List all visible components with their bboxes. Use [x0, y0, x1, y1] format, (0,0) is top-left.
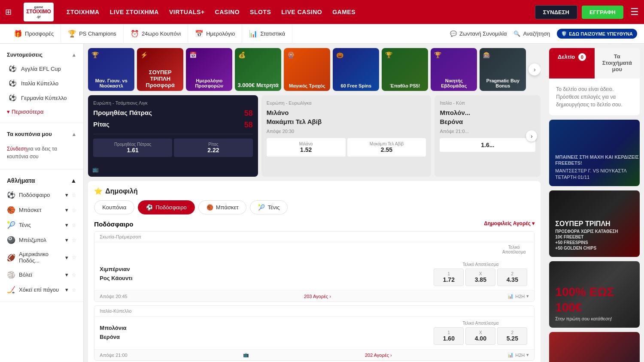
live-odd1-0[interactable]: Προμηθέας Πάτρας 1.61: [93, 139, 172, 157]
sport-baseball[interactable]: 🎱 Μπέιζμπολ ▾ ☆: [0, 232, 83, 247]
sport-hockey[interactable]: 🏒 Χόκεϊ επί πάγου ▾ ☆: [0, 282, 83, 297]
sport-football-label: Ποδόσφαιρο: [19, 192, 50, 198]
promo-banner-2[interactable]: 100% ΕΩΣ 100€ Στην πρώτη σου κατάθεση!: [549, 261, 640, 328]
match-odd2-1[interactable]: 2 5.25: [497, 327, 527, 345]
more-label: Περισσότερα: [12, 109, 43, 115]
sport-tennis[interactable]: 🎾 Τένις ▾ ☆: [0, 217, 83, 232]
sport-baseball-star[interactable]: ☆: [72, 237, 76, 243]
stats-item[interactable]: 📊 Στατιστικά: [242, 24, 292, 44]
promo-banner-3[interactable]: ΣΤΟ ΠΑΡΑ 1 Παίξε 4+ αγώνες και αν χάσεις…: [549, 332, 640, 362]
tab-coupon[interactable]: Κουπόνια: [94, 200, 134, 214]
live-chat-item[interactable]: 💬 Ζωντανή Συνομιλία: [450, 30, 507, 37]
match-more-1[interactable]: 202 Αγορές ›: [365, 353, 392, 358]
ps-champions-item[interactable]: 🏆 PS Champions: [61, 24, 124, 44]
promo-card-1[interactable]: ⚡ ΣΟΥΠΕΡ ΤΡΙΠΛΗ Προσφορά: [137, 48, 183, 91]
popular-sport-name: Ποδόσφαιρο: [94, 220, 133, 228]
nav-item-casino[interactable]: CASINO: [215, 9, 240, 15]
live-next-arrow[interactable]: ›: [526, 130, 537, 142]
betslip-tab-my-bets[interactable]: Τα Στοιχήματά μου: [595, 48, 640, 78]
logo[interactable]: game ΣΤΟΙΧΙΜΟ .gr: [24, 3, 54, 21]
shortcut-germany[interactable]: ⚽ Γερμανία Κύπελλο: [0, 90, 83, 105]
sport-tennis-star[interactable]: ☆: [72, 222, 76, 228]
carousel-next-arrow[interactable]: ›: [529, 63, 541, 75]
football-icon: ⚽: [7, 191, 15, 199]
tennis-icon: 🎾: [7, 221, 15, 229]
sport-hockey-star[interactable]: ☆: [72, 287, 76, 293]
sport-am-football-star[interactable]: ☆: [72, 254, 76, 260]
live-odd1-1[interactable]: Μιλάνο 1.52: [267, 138, 346, 157]
promo-card-0[interactable]: 🏆 Μαν. Γιουν. vs Νιούκαστλ: [88, 48, 134, 91]
nav-item-live-stoixima[interactable]: LIVE ΣΤΟΙΧΗΜΑ: [110, 9, 159, 15]
live-matches-area: Ευρώπη - Τσάμπιονς Λιγκ Προμηθέας Πάτρας…: [88, 95, 541, 177]
sport-baseball-arrow: ▾: [65, 237, 68, 243]
promo-icon-6: 🏆: [385, 51, 392, 58]
sport-basketball[interactable]: 🏀 Μπάσκετ ▾ ☆: [0, 202, 83, 217]
promo-banner-1[interactable]: ΣΟΥΠΕΡ ΤΡΙΠΛΗ ΠΡΟΣΦΟΡΑ ΧΩΡΙΣ ΚΑΤΑΘΕΣΗ 10…: [549, 190, 640, 257]
promo-card-4[interactable]: 🎡 Μαγικός Τροχός: [284, 48, 330, 91]
chevron-down-icon-0: ▾: [526, 293, 529, 299]
sport-basketball-star[interactable]: ☆: [72, 207, 76, 213]
odds-header-1-0: Τελικό Αποτέλεσμα: [499, 245, 529, 254]
sport-volleyball-star[interactable]: ☆: [72, 272, 76, 278]
sports-header[interactable]: Αθλήματα ▲: [0, 174, 83, 187]
match-more-0[interactable]: 203 Αγορές ›: [304, 294, 331, 299]
basketball-tab-icon: 🏀: [207, 204, 213, 211]
sport-basketball-label: Μπάσκετ: [19, 207, 42, 213]
calendar-item[interactable]: 📅 Ημερολόγιο: [188, 24, 242, 44]
promo-card-8[interactable]: 🎰 Pragmatic Buy Bonus: [480, 48, 526, 91]
live-odd2-1[interactable]: Μακάμπι Τελ Αβίβ 2.55: [347, 138, 426, 157]
prosfores-item[interactable]: 🎁 Προσφορές: [7, 24, 61, 44]
promo-card-5[interactable]: 🎃 60 Free Spins: [333, 48, 379, 91]
shortcut-efl[interactable]: ⚽ Αγγλία EFL Cup: [0, 61, 83, 76]
nav-item-stoixima[interactable]: ΣΤΟΙΧΗΜΑ: [67, 9, 100, 15]
tab-basketball[interactable]: 🏀 Μπάσκετ: [198, 200, 247, 214]
shortcuts-header[interactable]: Συντομεύσεις ▲: [0, 48, 83, 61]
login-button[interactable]: ΣΥΝΔΕΣΗ: [535, 5, 577, 19]
sport-football-star[interactable]: ☆: [72, 192, 76, 198]
football-icon-italy: ⚽: [9, 79, 17, 87]
tab-tennis[interactable]: 🎾 Τένις: [250, 200, 288, 214]
shortcuts-more[interactable]: ▾ Περισσότερα: [0, 105, 83, 118]
shortcut-italy[interactable]: ⚽ Ιταλία Κύπελλο: [0, 76, 83, 90]
match-footer-0: Απόψε 20:45 203 Αγορές › 📊 H2H ▾: [94, 290, 534, 302]
popular-filter[interactable]: Δημοφιλείς Αγορές ▾: [484, 220, 535, 228]
chevron-down-icon: ▾: [7, 109, 10, 115]
match-oddX-0[interactable]: X 3.85: [465, 268, 495, 286]
sport-american-football[interactable]: 🏈 Αμερικάνικο Ποδός... ▾ ☆: [0, 247, 83, 267]
bar-chart-icon-1: 📊: [507, 352, 513, 358]
tab-football[interactable]: ⚽ Ποδόσφαιρο: [138, 200, 195, 214]
responsible-gambling-button[interactable]: 🛡️ ΕΔΩ ΠΑΙΖΟΥΜΕ ΥΠΕΥΘΥΝΑ: [557, 29, 637, 39]
match-odd1-0[interactable]: 1 1.72: [434, 268, 464, 286]
nav-item-games[interactable]: GAMES: [332, 9, 355, 15]
promo-card-2[interactable]: 📅 Ημερολόγιο Προσφορών: [186, 48, 232, 91]
live-odd1-val-1: 1.52: [270, 146, 342, 153]
coupon-24-item[interactable]: ⏰ 24ωρο Κουπόνι: [124, 24, 188, 44]
promo-banner-0[interactable]: ΜΠΑΙΝΕΙΣ ΣΤΗ ΜΑΧΗ ΚΑΙ ΚΕΡΔΙΖΕΙΣ FREEBETS…: [549, 120, 640, 186]
live-odd1-2[interactable]: 1.6...: [440, 138, 535, 152]
grid-icon[interactable]: ⊞: [5, 7, 12, 17]
register-button[interactable]: ΕΓΓΡΑΦΗ: [582, 6, 623, 19]
search-item[interactable]: 🔍 Αναζήτηση: [513, 30, 550, 37]
hamburger-icon[interactable]: ☰: [630, 6, 639, 18]
promo-card-3[interactable]: 💰 3.000€ Μετρητά: [235, 48, 281, 91]
promo-card-6[interactable]: 🏆 Έπαθλο PS5!: [382, 48, 428, 91]
coupons-header[interactable]: Τα κουπόνια μου ▲: [0, 127, 83, 141]
match-stats-0[interactable]: 📊 H2H ▾: [507, 293, 529, 299]
sport-volleyball[interactable]: 🏐 Βόλεϊ ▾ ☆: [0, 267, 83, 282]
coupons-arrow: ▲: [71, 131, 76, 137]
football-icon-germany: ⚽: [9, 94, 17, 102]
coupon-login-link[interactable]: Σύνδεση: [7, 146, 27, 152]
star-popular-icon: ⭐: [94, 187, 103, 195]
betslip-tab-active[interactable]: Δελτίο 0: [549, 48, 594, 78]
match-odd2-0[interactable]: 2 4.35: [497, 268, 527, 286]
sport-football[interactable]: ⚽ Ποδόσφαιρο ▾ ☆: [0, 187, 83, 202]
match-oddX-1[interactable]: X 4.00: [465, 327, 495, 345]
nav-item-virtuals[interactable]: VIRTUALS+: [169, 9, 205, 15]
nav-item-live-casino[interactable]: LIVE CASINO: [281, 9, 322, 15]
match-stats-1[interactable]: 📊 H2H ▾: [507, 352, 529, 358]
match-odd1-1[interactable]: 1 1.60: [434, 327, 464, 345]
live-odd2-0[interactable]: Ρίτας 2.22: [174, 139, 253, 157]
promo-card-7[interactable]: 🏆 Νικητής Εβδομάδας: [431, 48, 477, 91]
nav-item-slots[interactable]: SLOTS: [250, 9, 271, 15]
tennis-tab-icon: 🎾: [258, 204, 265, 211]
